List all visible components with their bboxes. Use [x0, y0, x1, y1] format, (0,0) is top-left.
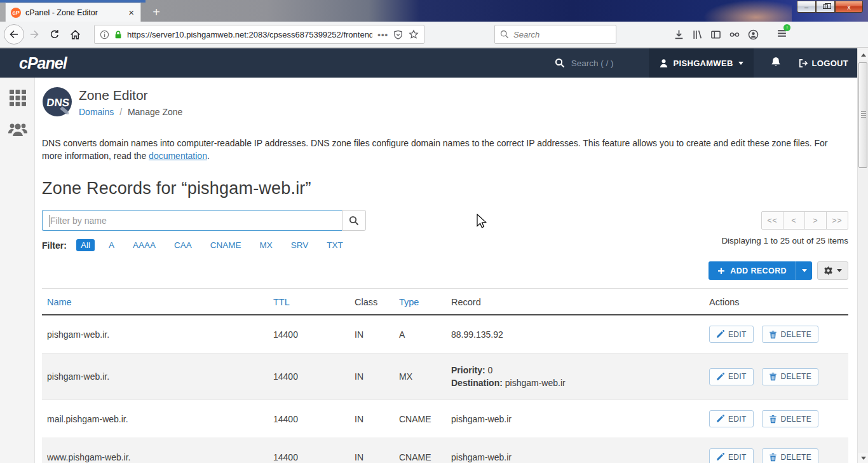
triangle-down-icon	[861, 457, 866, 460]
cell-name: pishgam-web.ir.	[42, 354, 268, 400]
pencil-icon	[716, 330, 724, 338]
row-actions: EDIT DELETE	[709, 326, 843, 343]
filter-chip-aaaa[interactable]: AAAA	[128, 239, 160, 251]
filter-chip-caa[interactable]: CAA	[170, 239, 196, 251]
cpanel-search-icon	[555, 58, 565, 68]
filter-input[interactable]: Filter by name	[42, 210, 342, 231]
delete-label: DELETE	[781, 372, 811, 381]
page-title: Zone Editor	[79, 88, 182, 103]
browser-search-bar[interactable]: Search	[494, 25, 616, 44]
column-header-name[interactable]: Name	[42, 289, 268, 315]
cpanel-header: cPanel Search ( / ) PISHGAMWEB LOGOUT	[0, 48, 857, 78]
scrollbar-up-arrow[interactable]	[858, 50, 868, 60]
user-menu[interactable]: PISHGAMWEB	[649, 48, 754, 78]
downloads-icon[interactable]	[674, 29, 684, 40]
menu-wrap: ↑	[776, 28, 787, 41]
filter-area: Filter by name Filter: AllAAAAACAACNAMEM…	[42, 210, 848, 251]
add-record-button[interactable]: ADD RECORD	[709, 261, 796, 280]
extension-icon[interactable]	[729, 29, 740, 40]
next-page-button[interactable]: >	[804, 211, 827, 230]
edit-button[interactable]: EDIT	[709, 410, 754, 427]
page-actions-icon[interactable]: •••	[377, 30, 388, 39]
sidebar-toggle-icon[interactable]	[710, 29, 721, 40]
home-button[interactable]	[65, 24, 85, 45]
trash-icon	[769, 372, 777, 381]
add-record-dropdown[interactable]	[796, 261, 812, 280]
edit-label: EDIT	[728, 330, 747, 339]
cpanel-favicon-icon: cP	[11, 8, 21, 18]
scrollbar-grip	[861, 111, 866, 112]
page-scrollbar[interactable]	[857, 48, 868, 463]
close-button[interactable]: x	[835, 1, 863, 13]
reload-button[interactable]	[44, 24, 65, 45]
cpanel-search[interactable]: Search ( / )	[555, 58, 614, 68]
bookmark-star-icon[interactable]	[409, 29, 419, 39]
filter-chip-cname[interactable]: CNAME	[206, 239, 246, 251]
actions-bar: ADD RECORD	[42, 261, 848, 280]
bell-icon	[770, 56, 782, 68]
pocket-shield-icon[interactable]	[393, 30, 403, 39]
apps-grid-button[interactable]	[0, 89, 35, 107]
filter-chip-srv[interactable]: SRV	[287, 239, 313, 251]
edit-label: EDIT	[728, 372, 747, 381]
edit-button[interactable]: EDIT	[709, 326, 754, 343]
documentation-link[interactable]: documentation	[149, 151, 207, 161]
pager: <<<>>>	[761, 211, 848, 230]
logout-button[interactable]: LOGOUT	[798, 59, 848, 68]
library-icon[interactable]	[692, 29, 703, 40]
filter-group: Filter by name	[42, 210, 366, 231]
delete-label: DELETE	[781, 453, 811, 462]
filter-chip-mx[interactable]: MX	[255, 239, 276, 251]
filter-chip-a[interactable]: A	[104, 239, 119, 251]
screen: cP cPanel - Zone Editor × + – x https://…	[0, 0, 868, 463]
search-icon	[500, 30, 509, 39]
back-button[interactable]	[4, 24, 24, 45]
cell-name: pishgam-web.ir.	[42, 315, 268, 354]
lock-icon	[114, 30, 123, 39]
breadcrumb-domains-link[interactable]: Domains	[79, 107, 114, 117]
filter-chip-txt[interactable]: TXT	[322, 239, 348, 251]
back-icon	[9, 29, 19, 39]
account-icon[interactable]	[748, 29, 759, 40]
edit-label: EDIT	[728, 453, 747, 462]
forward-button[interactable]	[24, 24, 44, 45]
edit-button[interactable]: EDIT	[709, 448, 754, 463]
trash-icon	[769, 415, 777, 424]
edit-button[interactable]: EDIT	[709, 368, 754, 385]
delete-button[interactable]: DELETE	[762, 368, 818, 385]
tab-title: cPanel - Zone Editor	[25, 8, 127, 17]
last-page-button[interactable]: >>	[826, 211, 848, 230]
scrollbar-down-arrow[interactable]	[858, 453, 868, 463]
forward-icon	[29, 29, 39, 39]
previous-page-button[interactable]: <	[783, 211, 805, 230]
filter-chip-all[interactable]: All	[76, 239, 95, 251]
pencil-icon	[716, 415, 724, 423]
notifications-button[interactable]	[770, 56, 782, 71]
column-header-type[interactable]: Type	[394, 289, 446, 315]
delete-button[interactable]: DELETE	[762, 326, 818, 343]
delete-button[interactable]: DELETE	[762, 448, 818, 463]
url-text[interactable]: https://server10.pishgamweb.net:2083/cps…	[127, 30, 372, 39]
tab-close-icon[interactable]: ×	[127, 7, 135, 18]
cell-ttl: 14400	[268, 354, 349, 400]
zone-records-table: NameTTLClassTypeRecordActions pishgam-we…	[42, 288, 848, 463]
delete-button[interactable]: DELETE	[762, 410, 818, 427]
site-info-icon[interactable]	[100, 30, 109, 39]
cell-ttl: 14400	[268, 400, 349, 438]
scrollbar-thumb[interactable]	[858, 62, 867, 168]
new-tab-button[interactable]: +	[146, 3, 166, 22]
restore-button[interactable]	[816, 1, 835, 13]
toolbar-icons: ↑	[674, 28, 787, 41]
table-settings-button[interactable]	[817, 261, 848, 280]
filter-search-button[interactable]	[342, 210, 366, 231]
column-header-ttl[interactable]: TTL	[268, 289, 349, 315]
url-bar[interactable]: https://server10.pishgamweb.net:2083/cps…	[94, 25, 424, 44]
svg-text:DNS: DNS	[46, 97, 70, 109]
gear-icon	[824, 266, 833, 275]
cell-name: mail.pishgam-web.ir.	[42, 400, 268, 438]
records-heading: Zone Records for “pishgam-web.ir”	[42, 179, 848, 198]
browser-tab[interactable]: cP cPanel - Zone Editor ×	[5, 3, 141, 22]
accounts-button[interactable]	[0, 121, 35, 137]
first-page-button[interactable]: <<	[761, 211, 783, 230]
minimize-button[interactable]: –	[797, 1, 816, 13]
